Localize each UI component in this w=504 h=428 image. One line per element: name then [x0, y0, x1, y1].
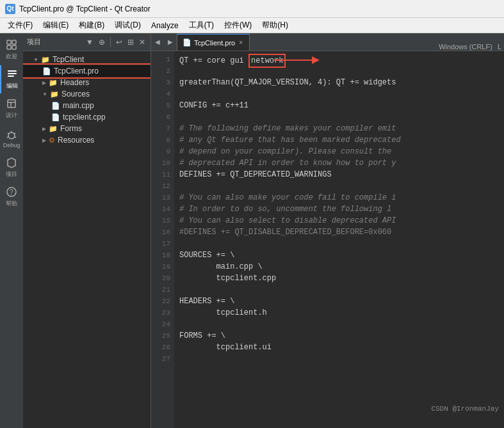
svg-rect-2 — [7, 45, 11, 49]
sidebar-design-label: 设计 — [6, 111, 17, 120]
svg-rect-4 — [8, 70, 17, 72]
code-line-5: CONFIG += c++11 — [179, 100, 499, 111]
code-line-4 — [179, 88, 499, 100]
tabs-right: Windows (CRLF) L — [439, 43, 504, 51]
code-line-8: # any Qt feature that has been marked de… — [179, 134, 499, 146]
tab-label-tcpclientpro: TcpClient.pro — [194, 39, 235, 47]
editor-content[interactable]: 1 2 3 4 5 6 7 8 9 10 11 12 13 14 15 16 1… — [151, 51, 504, 428]
sidebar-project[interactable]: 项目 — [0, 154, 23, 182]
watermark: CSDN @IronmanJay — [431, 405, 499, 413]
ln-8: 8 — [151, 134, 170, 146]
ln-27: 27 — [151, 353, 170, 365]
file-icon-tcpclientcpp: 📄 — [51, 113, 60, 122]
tree-label-tcpclient: TcpClient — [53, 55, 84, 64]
menu-debug[interactable]: 调试(D) — [110, 19, 146, 32]
ln-16: 16 — [151, 226, 170, 238]
menu-tools[interactable]: 工具(T) — [184, 19, 219, 32]
svg-point-10 — [8, 132, 15, 139]
line-numbers: 1 2 3 4 5 6 7 8 9 10 11 12 13 14 15 16 1… — [151, 51, 174, 428]
code-line-17 — [179, 238, 499, 250]
menu-build[interactable]: 构建(B) — [74, 19, 110, 32]
tree-item-maincpp[interactable]: 📄 main.cpp — [23, 100, 150, 111]
tree-label-forms: Forms — [60, 124, 82, 133]
code-line-24 — [179, 319, 499, 330]
tree-arrow-sources: ▼ — [42, 91, 47, 97]
folder-icon-sources: 📁 — [50, 90, 59, 99]
toolbar-back-icon[interactable]: ↩ — [115, 38, 124, 47]
tree-label-headers: Headers — [60, 78, 89, 87]
tab-nav-left[interactable]: ◀ — [151, 33, 164, 51]
ln-20: 20 — [151, 273, 170, 284]
code-line-25: FORMS += \ — [179, 330, 499, 342]
sidebar-design[interactable]: 设计 — [0, 95, 23, 123]
toolbar-grid-icon[interactable]: ⊞ — [126, 38, 135, 47]
svg-rect-1 — [12, 40, 16, 44]
ln-6: 6 — [151, 111, 170, 123]
tree-label-sources: Sources — [61, 90, 90, 99]
window-title: TcpClient.pro @ TcpClient - Qt Creator — [19, 4, 150, 13]
tree-item-headers[interactable]: ▶ 📁 Headers — [23, 77, 150, 88]
tree-item-forms[interactable]: ▶ 📁 Forms — [23, 123, 150, 134]
ln-22: 22 — [151, 296, 170, 307]
ln-25: 25 — [151, 330, 170, 342]
code-view[interactable]: QT += core gui network — [174, 51, 504, 428]
code-line-21 — [179, 284, 499, 296]
tree-arrow-headers: ▶ — [42, 80, 46, 86]
code-line-15: # You can also select to disable depreca… — [179, 215, 499, 226]
ln-4: 4 — [151, 88, 170, 100]
tree-item-tcpclient[interactable]: ▼ 📁 TcpClient — [23, 54, 150, 65]
left-sidebar: 欢迎 编辑 设计 — [0, 33, 23, 428]
sidebar-help[interactable]: ? 帮助 — [0, 183, 23, 211]
code-line-27 — [179, 353, 499, 365]
svg-text:?: ? — [10, 189, 13, 196]
code-line-10: # deprecated API in order to know how to… — [179, 157, 499, 169]
code-line-18: SOURCES += \ — [179, 250, 499, 261]
tree-item-tcpclientcpp[interactable]: 📄 tcpclient.cpp — [23, 111, 150, 123]
ln-14: 14 — [151, 203, 170, 215]
code-line-26: tcpclient.ui — [179, 342, 499, 353]
ln-1: 1 — [151, 54, 170, 65]
menu-file[interactable]: 文件(F) — [3, 19, 38, 32]
folder-icon-tcpclient: 📁 — [41, 56, 50, 64]
panel-title: 项目 — [27, 37, 41, 47]
tree-item-resources[interactable]: ▶ ⚙ Resources — [23, 134, 150, 146]
sidebar-edit[interactable]: 编辑 — [0, 65, 23, 93]
tree-arrow-resources: ▶ — [42, 138, 46, 143]
editor-tabs: ◀ ▶ 📄 TcpClient.pro × Windows (CRLF) L — [151, 33, 504, 51]
toolbar-close-icon[interactable]: ✕ — [138, 38, 147, 47]
menu-edit[interactable]: 编辑(E) — [38, 19, 74, 32]
tab-nav-right[interactable]: ▶ — [164, 33, 177, 51]
ln-19: 19 — [151, 261, 170, 273]
sidebar-welcome-label: 欢迎 — [6, 52, 17, 61]
code-line-2 — [179, 65, 499, 77]
menu-controls[interactable]: 控件(W) — [219, 19, 257, 32]
menu-help[interactable]: 帮助(H) — [257, 19, 293, 32]
menu-analyze[interactable]: Analyze — [146, 20, 184, 31]
ln-18: 18 — [151, 250, 170, 261]
code-line-11: DEFINES += QT_DEPRECATED_WARNINGS — [179, 169, 499, 180]
tree-item-tcpclientpro[interactable]: 📄 TcpClient.pro — [23, 65, 150, 77]
tree-item-sources[interactable]: ▼ 📁 Sources — [23, 88, 150, 100]
toolbar-link-icon[interactable]: ⊕ — [97, 38, 106, 47]
code-line-16: #DEFINES += QT_DISABLE_DEPRECATED_BEFORE… — [179, 226, 499, 238]
sidebar-welcome[interactable]: 欢迎 — [0, 36, 23, 64]
toolbar-filter-icon[interactable]: ▼ — [85, 38, 95, 47]
svg-rect-3 — [12, 45, 16, 49]
sidebar-help-label: 帮助 — [6, 200, 17, 208]
ln-13: 13 — [151, 192, 170, 203]
code-line-14: # In order to do so, uncomment the follo… — [179, 203, 499, 215]
sidebar-debug[interactable]: Debug — [0, 124, 23, 152]
ln-7: 7 — [151, 123, 170, 134]
file-icon-maincpp: 📄 — [51, 102, 60, 110]
project-tree: ▼ 📁 TcpClient 📄 TcpClient.pro ▶ 📁 Header… — [23, 51, 150, 428]
tab-file-icon: 📄 — [183, 38, 191, 47]
code-line-7: # The following define makes your compil… — [179, 123, 499, 134]
folder-icon-headers: 📁 — [49, 79, 58, 87]
code-line-12 — [179, 180, 499, 192]
code-line-6 — [179, 111, 499, 123]
ln-10: 10 — [151, 157, 170, 169]
ln-5: 5 — [151, 100, 170, 111]
editor-tab-tcpclientpro[interactable]: 📄 TcpClient.pro × — [177, 34, 250, 51]
tab-close-btn[interactable]: × — [238, 39, 244, 46]
ln-3: 3 — [151, 77, 170, 88]
